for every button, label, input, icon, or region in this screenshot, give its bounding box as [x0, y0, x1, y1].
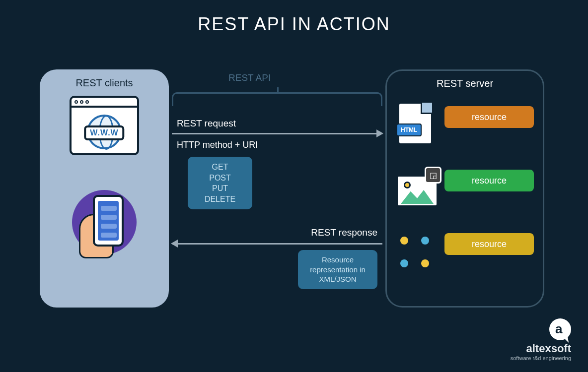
logo-name: altexsoft [511, 342, 571, 355]
arrow-right-icon [172, 133, 382, 134]
diagram-stage: REST clients W.W.W REST API REST request… [40, 69, 544, 312]
resource-row-image: ◲ resource [396, 164, 534, 218]
resource-pill-3: resource [444, 233, 534, 255]
method-get: GET [188, 162, 252, 173]
server-title: REST server [396, 78, 534, 89]
logo-mark-icon: a [549, 318, 571, 340]
resource-pill-1: resource [444, 106, 534, 128]
www-badge: W.W.W [84, 125, 124, 140]
browser-www-icon: W.W.W [70, 96, 139, 155]
logo-tagline: software r&d engineering [511, 355, 571, 361]
response-label: REST response [311, 227, 377, 238]
image-file-icon: ◲ [396, 170, 439, 207]
resource-row-html: HTML resource [396, 100, 534, 155]
html-badge: HTML [396, 124, 422, 136]
resource-pill-2: resource [444, 170, 534, 191]
http-methods-box: GET POST PUT DELETE [188, 157, 252, 209]
method-put: PUT [188, 183, 252, 194]
page-title: REST API IN ACTION [0, 0, 588, 35]
people-network-icon [396, 235, 445, 275]
mobile-client-icon [72, 190, 137, 254]
rest-api-label: REST API [228, 72, 271, 83]
resource-row-people: resource [396, 227, 534, 282]
http-method-label: HTTP method + URI [177, 140, 258, 150]
html-document-icon: HTML [398, 102, 433, 145]
crop-icon: ◲ [425, 167, 441, 184]
request-label: REST request [177, 118, 236, 129]
method-delete: DELETE [188, 194, 252, 205]
clients-title: REST clients [48, 77, 161, 89]
response-box: Resource representation in XML/JSON [298, 250, 377, 289]
server-panel: REST server HTML resource ◲ resource res… [385, 69, 544, 308]
bracket-icon [172, 92, 382, 106]
clients-panel: REST clients W.W.W [40, 69, 169, 308]
brand-logo: a altexsoft software r&d engineering [511, 318, 571, 361]
arrow-left-icon [172, 243, 382, 245]
method-post: POST [188, 173, 252, 184]
